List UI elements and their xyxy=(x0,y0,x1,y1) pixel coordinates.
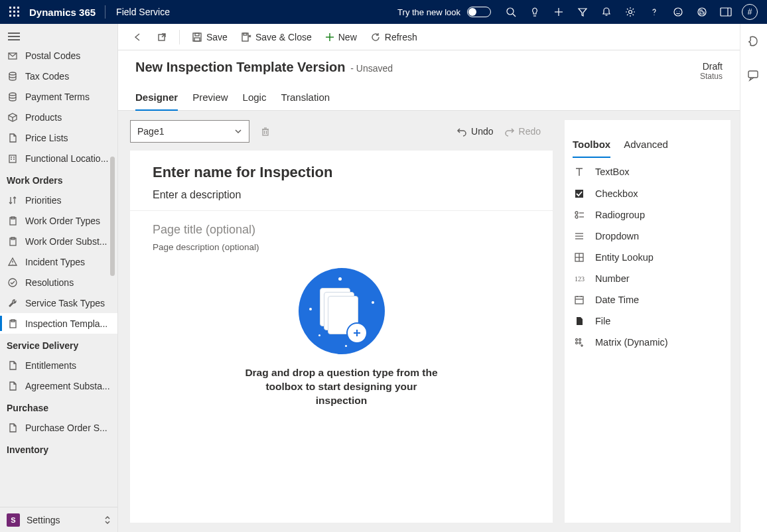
toolbox-item-textbox[interactable]: TextBox xyxy=(565,161,731,183)
svg-point-66 xyxy=(575,212,578,214)
copilot-icon[interactable] xyxy=(744,32,763,50)
sidebar-item[interactable]: Payment Terms xyxy=(0,86,117,107)
popout-button[interactable] xyxy=(151,29,173,45)
toolbox-item-label: Date Time xyxy=(595,295,639,305)
svg-rect-29 xyxy=(9,155,16,163)
sidebar-item[interactable]: Purchase Order S... xyxy=(0,417,117,438)
empty-state-illustration xyxy=(299,268,385,354)
toolbox-item-radiogroup[interactable]: Radiogroup xyxy=(565,204,731,226)
delete-page-button[interactable] xyxy=(257,123,273,139)
refresh-label: Refresh xyxy=(385,32,417,42)
sidebar-item[interactable]: Service Task Types xyxy=(0,293,117,313)
area-switcher[interactable]: S Settings xyxy=(0,507,117,532)
command-bar: Save Save & Close New Refresh xyxy=(118,24,740,50)
tab-logic[interactable]: Logic xyxy=(243,92,267,110)
new-label: New xyxy=(338,32,357,42)
sidebar-item[interactable]: Tax Codes xyxy=(0,66,117,86)
status-value: Draft xyxy=(700,61,723,72)
undo-button[interactable]: Undo xyxy=(456,126,493,137)
sidebar-item[interactable]: Incident Types xyxy=(0,251,117,272)
sidebar-item[interactable]: Price Lists xyxy=(0,127,117,148)
lightbulb-icon[interactable] xyxy=(523,0,547,24)
toolbox-item-label: Checkbox xyxy=(595,188,638,199)
doc-icon xyxy=(7,360,19,371)
clipboard-icon xyxy=(7,216,19,226)
calendar-icon xyxy=(573,295,586,305)
smiley-icon[interactable] xyxy=(666,0,690,24)
page-title: New Inspection Template Version xyxy=(135,60,345,74)
sidebar-item[interactable]: Agreement Substa... xyxy=(0,375,117,396)
sidebar-item[interactable]: Priorities xyxy=(0,190,117,210)
svg-point-83 xyxy=(576,342,578,344)
empty-state-text: Drag and drop a question type from the t… xyxy=(242,366,441,408)
inspection-desc-input[interactable]: Enter a description xyxy=(153,189,530,201)
filter-icon[interactable] xyxy=(571,0,594,24)
help-icon[interactable] xyxy=(642,0,666,24)
svg-line-10 xyxy=(513,14,516,17)
right-panel-tab-toolbox[interactable]: Toolbox xyxy=(573,139,610,158)
toolbox-item-checkbox[interactable]: Checkbox xyxy=(565,183,731,204)
inspection-name-input[interactable]: Enter name for Inspection xyxy=(153,164,530,181)
tab-preview[interactable]: Preview xyxy=(192,92,228,110)
sidebar-item[interactable]: Resolutions xyxy=(0,272,117,293)
svg-point-28 xyxy=(9,93,16,96)
page-desc-input[interactable]: Page description (optional) xyxy=(153,242,259,252)
svg-point-16 xyxy=(654,15,654,15)
global-navbar: Dynamics 365 Field Service Try the new l… xyxy=(0,0,767,24)
add-icon[interactable] xyxy=(547,0,571,24)
area-badge: S xyxy=(7,513,20,527)
app-launcher-icon[interactable] xyxy=(5,7,24,17)
sidebar-item[interactable]: Inspection Templa... xyxy=(0,313,117,334)
toolbox-item-file[interactable]: File xyxy=(565,310,731,332)
hamburger-icon[interactable] xyxy=(0,24,117,45)
stack-icon xyxy=(7,71,19,82)
app-name-label[interactable]: Field Service xyxy=(105,7,180,17)
page-title-input[interactable]: Page title (optional) xyxy=(153,223,255,237)
sidebar-item-label: Inspection Templa... xyxy=(25,318,107,329)
right-panel-tab-advanced[interactable]: Advanced xyxy=(624,139,668,158)
svg-point-9 xyxy=(507,8,514,15)
save-button[interactable]: Save xyxy=(186,29,233,45)
chat-icon[interactable] xyxy=(744,66,763,85)
sidebar-item[interactable]: Entitlements xyxy=(0,355,117,375)
try-new-look-toggle[interactable] xyxy=(467,7,491,17)
gear-icon[interactable] xyxy=(618,0,642,24)
form-tabs: DesignerPreviewLogicTranslation xyxy=(118,81,740,111)
sidebar-item[interactable]: Work Order Types xyxy=(0,210,117,231)
toolbox-item-entity-lookup[interactable]: Entity Lookup xyxy=(565,247,731,268)
toolbox-item-dropdown[interactable]: Dropdown xyxy=(565,226,731,247)
check-icon xyxy=(7,277,19,288)
sidebar-item[interactable]: Postal Codes xyxy=(0,45,117,66)
svg-rect-49 xyxy=(194,38,200,41)
apps-icon[interactable] xyxy=(690,0,714,24)
sidebar-item[interactable]: Functional Locatio... xyxy=(0,148,117,168)
redo-button[interactable]: Redo xyxy=(504,126,541,137)
page-selector[interactable]: Page1 xyxy=(130,120,249,143)
refresh-button[interactable]: Refresh xyxy=(365,29,423,45)
mail-icon xyxy=(7,50,19,61)
toolbox-item-date-time[interactable]: Date Time xyxy=(565,289,731,310)
panel-icon[interactable] xyxy=(714,0,738,24)
bell-icon[interactable] xyxy=(594,0,618,24)
toolbox-item-number[interactable]: 123 Number xyxy=(565,268,731,289)
new-button[interactable]: New xyxy=(320,29,362,45)
avatar[interactable]: # xyxy=(738,0,762,24)
svg-rect-51 xyxy=(244,33,247,35)
sidebar-scrollbar[interactable] xyxy=(110,157,115,276)
toolbox-item-matrix-dynamic-[interactable]: Matrix (Dynamic) xyxy=(565,332,731,353)
page-subtitle: - Unsaved xyxy=(350,63,393,74)
search-icon[interactable] xyxy=(499,0,523,24)
tab-translation[interactable]: Translation xyxy=(281,92,330,110)
sidebar-item[interactable]: Products xyxy=(0,107,117,127)
try-new-look: Try the new look xyxy=(397,7,491,17)
toolbox-item-label: TextBox xyxy=(595,166,630,177)
svg-rect-4 xyxy=(13,11,15,13)
sidebar-item[interactable]: Work Order Subst... xyxy=(0,231,117,251)
sidebar-item-label: Priorities xyxy=(25,195,61,206)
back-button[interactable] xyxy=(127,29,149,45)
brand-label[interactable]: Dynamics 365 xyxy=(24,7,105,18)
tab-designer[interactable]: Designer xyxy=(135,92,178,111)
svg-rect-21 xyxy=(721,8,731,16)
toolbox-item-label: Dropdown xyxy=(595,231,639,241)
save-close-button[interactable]: Save & Close xyxy=(236,29,317,45)
